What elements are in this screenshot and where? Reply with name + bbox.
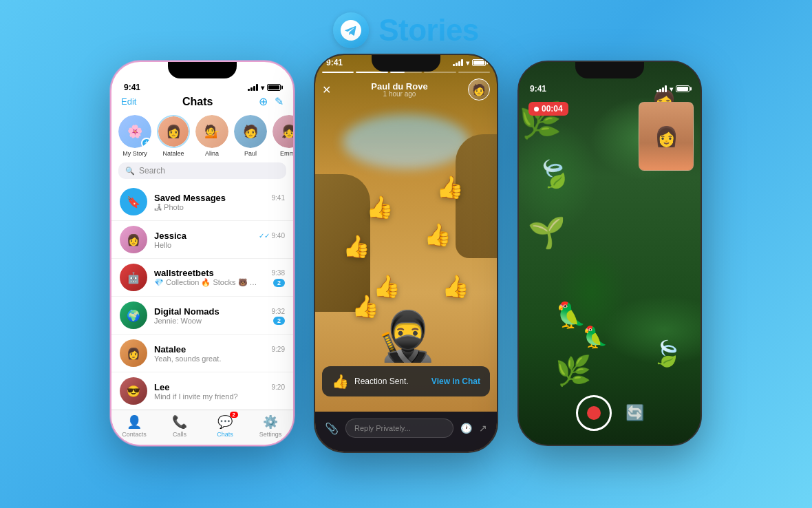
- chat-preview: Yeah, sounds great.: [154, 354, 221, 363]
- digital-nomads-avatar: 🌍: [120, 301, 147, 329]
- progress-bar-2: [356, 72, 387, 73]
- natalee-avatar: 👩: [157, 115, 190, 148]
- chat-time: 9:32: [272, 308, 285, 315]
- story-user-time: 1 hour ago: [383, 90, 416, 98]
- chat-item-wsb[interactable]: 🤖 wallstreetbets 9:38 💎 Collection 🔥 Sto…: [111, 259, 293, 297]
- my-story-avatar: 🌸 +: [118, 115, 151, 148]
- tab-label: Contacts: [122, 431, 147, 438]
- chat-preview: Mind if I invite my friend?: [154, 392, 238, 401]
- compose-icon[interactable]: ✎: [275, 95, 284, 108]
- status-time-1: 9:41: [124, 83, 140, 92]
- story-name-block: Paul du Rove 1 hour ago: [336, 81, 462, 98]
- status-time-3: 9:41: [530, 84, 546, 94]
- tab-chats[interactable]: 💬 2 Chats: [202, 414, 248, 438]
- status-bar-2: 9:41 ▾: [322, 55, 490, 67]
- phones-container: 9:41 ▾ Edit Chats ⊕ ✎: [0, 61, 812, 453]
- thumbs-emoji-7: 👍: [352, 293, 379, 319]
- story-close-button[interactable]: ✕: [322, 83, 331, 96]
- tab-label: Chats: [217, 431, 233, 438]
- parrot-orange: 🦜: [582, 325, 608, 349]
- emma-avatar: 👧: [273, 115, 293, 148]
- edit-button[interactable]: Edit: [121, 96, 136, 107]
- chat-content: wallstreetbets 9:38 💎 Collection 🔥 Stock…: [154, 268, 285, 287]
- paul-avatar: 🧑: [234, 115, 267, 148]
- thumbs-emoji-1: 👍: [366, 194, 394, 220]
- chat-name: Lee: [154, 382, 169, 392]
- story-header: 9:41 ▾: [315, 55, 497, 103]
- reply-input[interactable]: Reply Privately...: [345, 419, 453, 438]
- chat-name: wallstreetbets: [154, 268, 214, 278]
- chats-badge: 2: [230, 412, 238, 418]
- page-header: Stories: [0, 0, 812, 58]
- chat-item-saved[interactable]: 🔖 Saved Messages 9:41 🏞 Photo: [111, 183, 293, 221]
- bottom-tabs: 👤 Contacts 📞 Calls 💬 2 Chats ⚙️ Setti: [111, 410, 293, 445]
- story-label: Emma: [280, 150, 293, 157]
- chat-item-lee[interactable]: 😎 Lee 9:20 Mind if I invite my friend?: [111, 372, 293, 410]
- unread-badge: 2: [273, 279, 285, 287]
- chat-time: 9:29: [272, 346, 285, 353]
- calls-icon: 📞: [172, 414, 187, 430]
- phone-chats: 9:41 ▾ Edit Chats ⊕ ✎: [110, 61, 295, 446]
- recent-reactions-icon[interactable]: 🕐: [460, 423, 472, 434]
- chat-time: ✓✓ 9:40: [259, 232, 285, 240]
- chats-action-icons: ⊕ ✎: [259, 95, 284, 108]
- search-placeholder: Search: [139, 166, 165, 176]
- attachment-icon[interactable]: 📎: [325, 422, 339, 435]
- plant-bottom-right: 🍃: [652, 339, 683, 368]
- share-icon[interactable]: ↗: [479, 423, 487, 434]
- story-label: Natalee: [162, 150, 184, 157]
- story-progress-bars: [322, 67, 490, 76]
- phone-notch-3: [575, 62, 644, 78]
- alina-avatar: 💁: [195, 115, 228, 148]
- battery-icon-3: [676, 85, 690, 92]
- tab-label: Calls: [173, 431, 186, 438]
- chat-preview: 💎 Collection 🔥 Stocks 🐻 Memes...: [154, 278, 257, 287]
- chat-content: Natalee 9:29 Yeah, sounds great.: [154, 344, 285, 363]
- timer-value: 00:04: [542, 104, 563, 114]
- tab-contacts[interactable]: 👤 Contacts: [111, 414, 157, 438]
- search-icon: 🔍: [125, 167, 135, 176]
- status-icons-3: ▾: [656, 85, 690, 93]
- story-item-my-story[interactable]: 🌸 + My Story: [118, 115, 151, 157]
- status-icons-2: ▾: [453, 59, 486, 67]
- story-reply-bar: 📎 Reply Privately... 🕐 ↗: [315, 412, 497, 452]
- chat-item-digital-nomads[interactable]: 🌍 Digital Nomads 9:32 Jennie: Woow 2: [111, 297, 293, 335]
- jessica-avatar: 👩: [120, 226, 147, 253]
- chat-list: 🔖 Saved Messages 9:41 🏞 Photo 👩: [111, 183, 293, 446]
- status-time-2: 9:41: [326, 58, 343, 67]
- record-indicator: [587, 406, 601, 420]
- chat-item-jessica[interactable]: 👩 Jessica ✓✓ 9:40 Hello: [111, 221, 293, 259]
- camera-rotate-icon[interactable]: 🔄: [626, 404, 644, 422]
- story-label: Alina: [205, 150, 219, 157]
- progress-bar-1: [322, 72, 354, 73]
- story-label: My Story: [122, 150, 147, 157]
- story-item-paul[interactable]: 🧑 Paul: [234, 115, 267, 157]
- plant-bottom-left: 🌿: [555, 354, 591, 388]
- parrot-blue: 🦜: [555, 301, 586, 330]
- new-group-icon[interactable]: ⊕: [259, 95, 268, 108]
- phone-video-story: 🌿 🍃 🌱 🍃 🌿 🍃 🦜 🦜 🧍‍♀️ 9:41: [517, 61, 702, 446]
- reaction-banner: 👍 Reaction Sent. View in Chat: [322, 366, 490, 396]
- reply-action-icons: 🕐 ↗: [460, 423, 487, 434]
- record-button[interactable]: [576, 395, 612, 431]
- chat-name: Jessica: [154, 231, 186, 241]
- chat-item-natalee[interactable]: 👩 Natalee 9:29 Yeah, sounds great.: [111, 335, 293, 372]
- chats-header: Edit Chats ⊕ ✎: [111, 94, 293, 112]
- story-item-emma[interactable]: 👧 Emma: [273, 115, 293, 157]
- story-sky: [343, 114, 470, 169]
- tab-settings[interactable]: ⚙️ Settings: [248, 414, 293, 438]
- chat-name: Saved Messages: [154, 193, 226, 203]
- search-bar[interactable]: 🔍 Search: [118, 162, 286, 179]
- chat-name: Natalee: [154, 344, 186, 354]
- chat-content: Jessica ✓✓ 9:40 Hello: [154, 231, 285, 249]
- view-in-chat-button[interactable]: View in Chat: [431, 377, 480, 386]
- story-item-natalee[interactable]: 👩 Natalee: [157, 115, 190, 157]
- story-label: Paul: [244, 150, 257, 157]
- wifi-icon-2: ▾: [466, 59, 469, 67]
- tab-calls[interactable]: 📞 Calls: [157, 414, 202, 438]
- story-author-avatar: 🧑: [468, 78, 490, 100]
- status-bar-3: 9:41 ▾: [519, 81, 701, 94]
- thumbs-emoji-6: 👍: [442, 273, 469, 299]
- status-icons-1: ▾: [248, 84, 281, 92]
- story-item-alina[interactable]: 💁 Alina: [195, 115, 228, 157]
